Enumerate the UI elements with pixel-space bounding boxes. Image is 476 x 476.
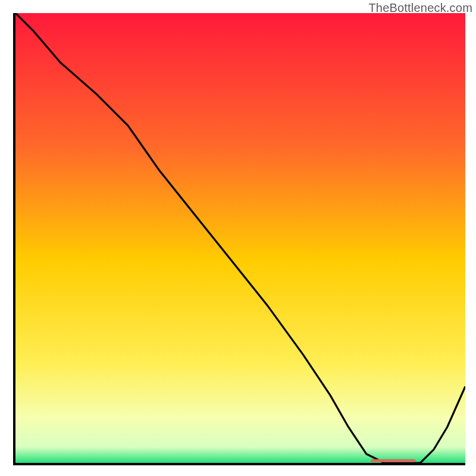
chart-svg: [15, 13, 465, 463]
chart-container: TheBottleneck.com: [0, 0, 476, 476]
gradient-fill: [15, 13, 465, 463]
optimal-range-marker: [371, 459, 416, 462]
plot-area: [13, 13, 465, 465]
